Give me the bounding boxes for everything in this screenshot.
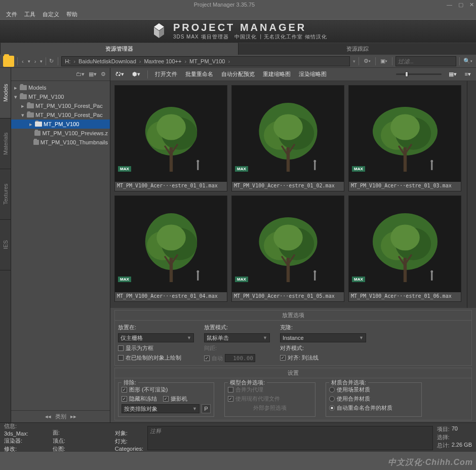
thumbnail-item[interactable]: MAXMT_PM_V100_Acer···estre_01_05.max (231, 195, 344, 302)
svg-point-6 (156, 114, 186, 140)
tree-row[interactable]: MT_PM_V100_Previews.z (11, 129, 110, 138)
thumbnail-grid: MAXMT_PM_V100_Acer···estre_01_01.max MAX… (110, 81, 467, 308)
show-box-checkbox[interactable]: 显示为方框 (118, 344, 194, 352)
tree-footer-label[interactable]: 类别 (55, 413, 66, 420)
thumbnail-item[interactable]: MAXMT_PM_V100_Acer···estre_01_01.max (114, 85, 227, 191)
refresh-icon[interactable]: 🗘▾ (114, 71, 125, 77)
maximize-button[interactable]: ▢ (458, 2, 463, 8)
svg-point-33 (156, 224, 186, 250)
tree-row[interactable]: MT_PM_V100_Thumbnails (11, 138, 110, 147)
exc-hidden-checkbox[interactable]: ✓隐藏和冻结 (122, 395, 157, 403)
svg-rect-46 (314, 272, 315, 281)
exc-cameras-checkbox[interactable]: ✓摄影机 (163, 395, 187, 403)
search-icon[interactable]: 🔍▾ (463, 56, 473, 66)
menu-tools[interactable]: 工具 (21, 11, 38, 18)
svg-point-56 (430, 270, 433, 273)
comment-input[interactable]: 注释 (147, 426, 433, 450)
external-ref-button: 外部参照选项 (228, 404, 312, 412)
menu-help[interactable]: 帮助 (63, 11, 81, 18)
auto-preview-button[interactable]: 自动分配预览 (220, 70, 256, 78)
thumbnail-item[interactable]: MAXMT_PM_V100_Acer···estre_01_04.max (114, 195, 227, 302)
mat-scene-radio[interactable]: 使用场景材质 (329, 386, 418, 394)
align-checkbox[interactable]: ✓对齐: 到法线 (280, 354, 366, 362)
exclude-mode-combo[interactable]: 按类排除对象▼ (122, 404, 200, 413)
nav-forward-button[interactable]: › (33, 58, 37, 64)
mat-merge-radio[interactable]: 使用合并材质 (329, 395, 418, 403)
nav-back-button[interactable]: ‹ (21, 58, 25, 64)
spacing-input (225, 354, 255, 362)
tab-explorer[interactable]: 资源管理器 (0, 43, 238, 55)
vtab-textures[interactable]: Textures (0, 169, 11, 220)
svg-point-11 (196, 160, 199, 163)
place-mode-combo[interactable]: 鼠标单击▼ (204, 333, 270, 342)
settings-icon[interactable]: ⚙▾ (362, 56, 372, 66)
watermark: 中文汉化·Chihh.Com (388, 457, 473, 468)
layout-icon[interactable]: ▦▾ (89, 71, 97, 77)
svg-point-15 (273, 114, 303, 140)
minimize-button[interactable]: — (447, 2, 452, 8)
refresh-button[interactable]: ↻ (48, 58, 55, 64)
place-on-combo[interactable]: 仅主栅格▼ (118, 333, 194, 342)
grid-view-icon[interactable]: ▦▾ (448, 71, 458, 77)
svg-point-51 (390, 224, 420, 250)
tree-row[interactable]: ▸MT_PM_V100_Forest_Pac (11, 101, 110, 110)
sort-icon[interactable]: ≡▾ (464, 71, 472, 77)
filter-input[interactable] (395, 56, 456, 66)
svg-point-24 (390, 114, 420, 140)
cube-icon[interactable]: ⬢▾ (131, 71, 141, 77)
placement-panel-title: 放置选项 (114, 310, 472, 320)
close-button[interactable]: ✕ (469, 2, 474, 8)
menu-file[interactable]: 文件 (3, 11, 20, 18)
window-title: Project Manager 3.35.75 (2, 2, 447, 8)
render-thumb-button[interactable]: 渲染缩略图 (298, 70, 328, 78)
tab-tracker[interactable]: 资源跟踪 (238, 43, 476, 55)
svg-rect-19 (314, 162, 315, 170)
svg-rect-10 (197, 162, 199, 170)
mat-rename-radio[interactable]: 自动重命名合并的材质 (329, 404, 418, 412)
menu-custom[interactable]: 自定义 (39, 11, 62, 18)
open-file-button[interactable]: 打开文件 (154, 70, 178, 78)
logo-subtitle: 3DS MAX 项目管理器 中国汉化 丨无名汉化工作室 倾情汉化 (173, 33, 327, 41)
logo-title: PROJECT MANAGER (173, 22, 327, 33)
tree-row-selected[interactable]: ▸MT_PM_V100 (11, 120, 110, 129)
clone-combo[interactable]: Instance▼ (280, 333, 366, 342)
p-button[interactable]: P (202, 404, 211, 413)
merge-proxy-checkbox[interactable]: 合并为代理 (228, 386, 312, 394)
batch-rename-button[interactable]: 批量重命名 (184, 70, 214, 78)
folder-tree: ▸Models ▾MT_PM_V100 ▸MT_PM_V100_Forest_P… (11, 81, 110, 410)
svg-point-47 (313, 270, 316, 273)
breadcrumb[interactable]: H:› BaiduNetdiskDownload› Maxtree 100++›… (61, 56, 350, 66)
vtab-ies[interactable]: IES (0, 220, 11, 270)
paint-on-checkbox[interactable]: 在已绘制的对象上绘制 (118, 354, 194, 362)
settings-panel-title: 设置 (114, 368, 472, 378)
tree-row[interactable]: ▸Models (11, 83, 110, 92)
right-strip (467, 81, 476, 308)
folder-icon[interactable] (3, 56, 14, 67)
svg-rect-28 (431, 162, 432, 170)
thumbnail-item[interactable]: MAXMT_PM_V100_Acer···estre_01_06.max (348, 195, 461, 302)
tree-row[interactable]: ▾MT_PM_V100 (11, 92, 110, 101)
svg-point-42 (273, 224, 303, 250)
use-existing-checkbox: ✓使用现有代理文件 (228, 395, 312, 403)
logo-banner: PROJECT MANAGER 3DS MAX 项目管理器 中国汉化 丨无名汉化… (0, 19, 476, 43)
thumb-size-slider[interactable] (396, 73, 442, 75)
logo-icon (149, 22, 169, 40)
rebuild-thumb-button[interactable]: 重建缩略图 (262, 70, 292, 78)
svg-point-20 (313, 160, 316, 163)
display-icon[interactable]: ▣▾ (379, 56, 389, 66)
svg-point-38 (196, 270, 199, 273)
vtab-models[interactable]: Models (0, 68, 11, 119)
svg-rect-37 (197, 272, 199, 281)
svg-point-29 (430, 160, 433, 163)
svg-rect-55 (431, 272, 432, 281)
exc-shapes-checkbox[interactable]: ✓图形 (不可渲染) (122, 386, 211, 394)
vtab-materials[interactable]: Materials (0, 119, 11, 169)
thumbnail-item[interactable]: MAXMT_PM_V100_Acer···estre_01_03.max (348, 85, 461, 191)
breadcrumb-dropdown[interactable]: ▾ (353, 59, 355, 64)
thumbnail-item[interactable]: MAXMT_PM_V100_Acer···estre_01_02.max (231, 85, 344, 191)
new-folder-icon[interactable]: 🗀▾ (76, 71, 85, 77)
gear-icon[interactable]: ⚙ (101, 71, 106, 77)
tree-row[interactable]: ▾MT_PM_V100_Forest_Pac (11, 110, 110, 120)
